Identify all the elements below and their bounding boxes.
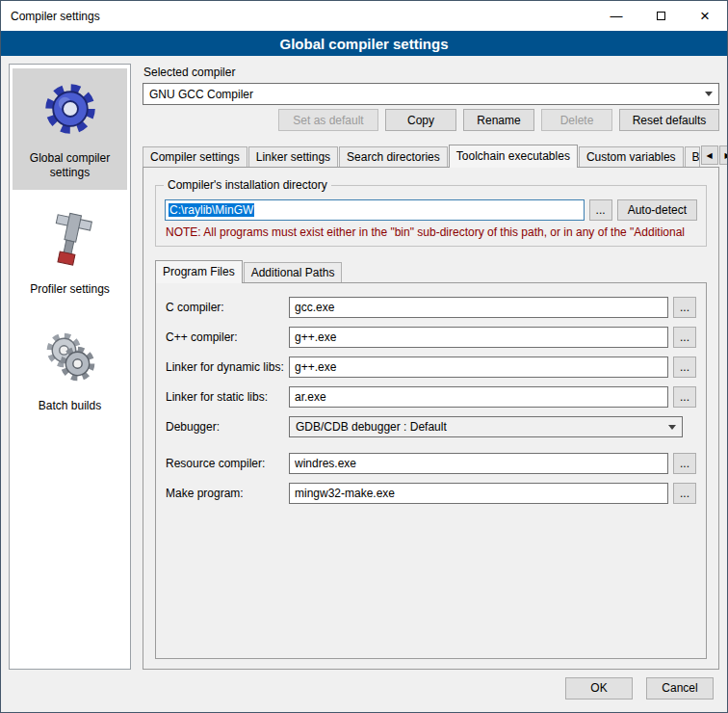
sidebar-item-label: Global compiler settings	[14, 151, 125, 180]
c-compiler-browse-button[interactable]: ...	[673, 297, 696, 318]
cpp-compiler-label: C++ compiler:	[166, 330, 289, 344]
toolchain-executables-panel: Compiler's installation directory C:\ray…	[143, 167, 719, 670]
sidebar-item-label: Profiler settings	[30, 282, 110, 297]
tab-compiler-settings[interactable]: Compiler settings	[143, 146, 247, 167]
main-panel: Selected compiler GNU GCC Compiler Set a…	[143, 64, 719, 670]
copy-button[interactable]: Copy	[385, 109, 456, 131]
sidebar-item-profiler-settings[interactable]: Profiler settings	[13, 199, 127, 306]
subtab-additional-paths[interactable]: Additional Paths	[244, 262, 343, 282]
cancel-button[interactable]: Cancel	[646, 677, 714, 700]
installation-directory-input[interactable]: C:\raylib\MinGW	[165, 199, 585, 221]
make-program-input[interactable]	[289, 483, 668, 504]
titlebar: Compiler settings — ×	[1, 1, 727, 31]
dialog-body: Global compiler settings Profiler settin…	[1, 56, 727, 673]
program-files-area: Program Files Additional Paths C compile…	[155, 260, 707, 659]
form-row-linker-dynamic: Linker for dynamic libs: ...	[166, 356, 696, 378]
c-compiler-label: C compiler:	[166, 301, 289, 314]
set-as-default-button[interactable]: Set as default	[278, 109, 378, 131]
linker-static-label: Linker for static libs:	[166, 390, 289, 404]
profiler-tool-icon	[42, 209, 98, 271]
c-compiler-input[interactable]	[289, 297, 668, 318]
maximize-button[interactable]	[638, 1, 683, 31]
arrow-left-icon: ◀	[707, 151, 713, 160]
window-controls: — ×	[594, 1, 727, 31]
installation-directory-value: C:\raylib\MinGW	[169, 203, 254, 217]
minimize-button[interactable]: —	[594, 1, 638, 31]
tab-search-directories[interactable]: Search directories	[339, 146, 448, 167]
maximize-icon	[657, 12, 665, 20]
ok-button[interactable]: OK	[565, 677, 633, 700]
form-row-debugger: Debugger: GDB/CDB debugger : Default	[166, 416, 696, 437]
form-row-linker-static: Linker for static libs: ...	[166, 386, 696, 408]
form-row-c-compiler: C compiler: ...	[166, 297, 696, 318]
debugger-select-value: GDB/CDB debugger : Default	[296, 420, 663, 434]
installation-directory-group: Compiler's installation directory C:\ray…	[155, 185, 707, 247]
sub-tab-bar: Program Files Additional Paths	[155, 260, 707, 282]
tab-scroll-buttons: ◀ ▶	[701, 145, 727, 167]
installation-directory-title: Compiler's installation directory	[164, 178, 331, 192]
chevron-down-icon	[668, 425, 676, 430]
debugger-label: Debugger:	[166, 420, 289, 434]
dialog-title: Global compiler settings	[279, 36, 448, 52]
sidebar-item-global-compiler-settings[interactable]: Global compiler settings	[13, 68, 127, 190]
linker-dynamic-browse-button[interactable]: ...	[673, 356, 696, 378]
reset-defaults-button[interactable]: Reset defaults	[619, 109, 719, 131]
form-row-resource-compiler: Resource compiler: ...	[166, 453, 696, 474]
blue-gear-icon	[41, 78, 99, 140]
tab-linker-settings[interactable]: Linker settings	[248, 146, 338, 167]
cpp-compiler-browse-button[interactable]: ...	[673, 327, 696, 348]
linker-static-browse-button[interactable]: ...	[673, 386, 696, 408]
installation-directory-browse-button[interactable]: ...	[589, 199, 612, 221]
sidebar-item-label: Batch builds	[39, 399, 101, 413]
chevron-down-icon	[705, 92, 713, 96]
auto-detect-button[interactable]: Auto-detect	[617, 199, 697, 221]
subtab-program-files[interactable]: Program Files	[155, 260, 243, 283]
compiler-settings-window: Compiler settings — × Global compiler se…	[0, 0, 728, 713]
sidebar: Global compiler settings Profiler settin…	[9, 64, 131, 670]
compiler-select-value: GNU GCC Compiler	[149, 88, 699, 101]
cpp-compiler-input[interactable]	[289, 327, 668, 348]
close-icon: ×	[700, 7, 710, 26]
tab-build-options[interactable]: Buil	[685, 146, 700, 167]
bin-subdirectory-note: NOTE: All programs must exist either in …	[166, 225, 697, 239]
resource-compiler-label: Resource compiler:	[166, 457, 289, 470]
make-program-browse-button[interactable]: ...	[673, 483, 696, 504]
linker-dynamic-label: Linker for dynamic libs:	[166, 360, 289, 374]
tab-scroll-right-button[interactable]: ▶	[719, 145, 727, 165]
stacked-gears-icon	[41, 326, 99, 387]
tab-toolchain-executables[interactable]: Toolchain executables	[449, 145, 578, 168]
resource-compiler-browse-button[interactable]: ...	[673, 453, 696, 474]
tab-bar: Compiler settings Linker settings Search…	[143, 145, 719, 167]
linker-dynamic-input[interactable]	[289, 356, 668, 378]
compiler-select[interactable]: GNU GCC Compiler	[143, 83, 719, 105]
window-title: Compiler settings	[1, 10, 100, 23]
resource-compiler-input[interactable]	[289, 453, 668, 474]
tab-scroll-left-button[interactable]: ◀	[701, 145, 718, 165]
delete-button[interactable]: Delete	[541, 109, 612, 131]
program-files-panel: C compiler: ... C++ compiler: ... Linker…	[155, 282, 707, 659]
form-row-make-program: Make program: ...	[166, 483, 696, 504]
rename-button[interactable]: Rename	[463, 109, 534, 131]
linker-static-input[interactable]	[289, 386, 668, 408]
sidebar-item-batch-builds[interactable]: Batch builds	[13, 316, 127, 423]
debugger-select[interactable]: GDB/CDB debugger : Default	[289, 416, 683, 437]
tab-custom-variables[interactable]: Custom variables	[579, 146, 684, 167]
compiler-actions: Set as default Copy Rename Delete Reset …	[143, 109, 719, 131]
minimize-icon: —	[611, 13, 623, 20]
dialog-header: Global compiler settings	[1, 31, 727, 56]
dialog-footer: OK Cancel	[1, 673, 727, 712]
close-button[interactable]: ×	[683, 1, 727, 31]
form-row-cpp-compiler: C++ compiler: ...	[166, 327, 696, 348]
installation-directory-row: C:\raylib\MinGW ... Auto-detect	[165, 199, 697, 221]
arrow-right-icon: ▶	[725, 151, 728, 160]
make-program-label: Make program:	[166, 487, 289, 500]
selected-compiler-label: Selected compiler	[143, 66, 719, 79]
